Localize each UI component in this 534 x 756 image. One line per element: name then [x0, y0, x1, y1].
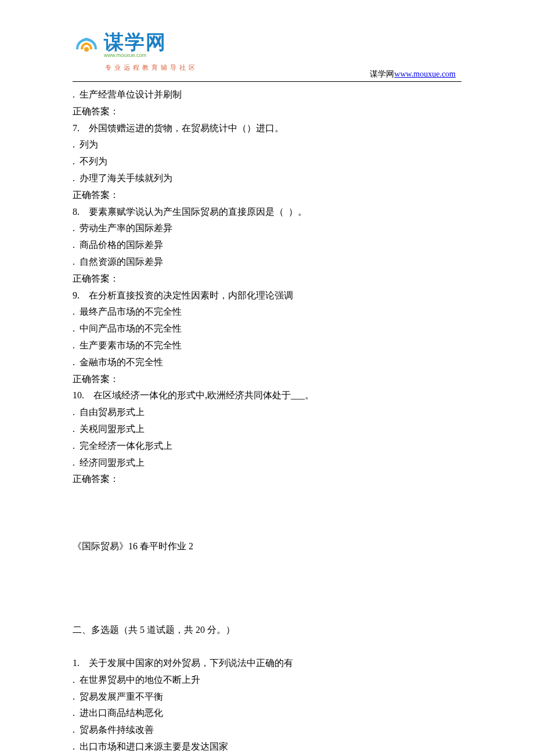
text-line: 8. 要素禀赋学说认为产生国际贸易的直接原因是（ ）。 — [73, 204, 461, 221]
text-line: . 不列为 — [73, 153, 461, 170]
text-line — [73, 638, 461, 655]
text-line: . 出口市场和进口来源主要是发达国家 — [73, 739, 461, 755]
text-line: 正确答案： — [73, 187, 461, 204]
text-line — [73, 488, 461, 505]
text-line: . 中间产品市场的不完全性 — [73, 321, 461, 337]
text-line — [73, 605, 461, 622]
text-line: . 劳动生产率的国际差异 — [73, 220, 461, 237]
text-line: 正确答案： — [73, 371, 461, 388]
logo-text: 谋学网 www.mouxue.com 专业远程教育辅导社区 — [104, 32, 198, 74]
text-line: 9. 在分析直接投资的决定性因素时，内部化理论强调 — [73, 287, 461, 304]
logo-tagline: 专业远程教育辅导社区 — [105, 62, 198, 74]
logo-block: 谋学网 www.mouxue.com 专业远程教育辅导社区 — [73, 32, 534, 74]
header-link-block: 谋学网www.mouxue.com — [370, 67, 456, 81]
text-line: 《国际贸易》16 春平时作业 2 — [73, 538, 461, 555]
text-line: . 列为 — [73, 136, 461, 153]
logo-subtext: www.mouxue.com — [104, 51, 198, 60]
text-line — [73, 521, 461, 538]
text-line: . 贸易发展严重不平衡 — [73, 689, 461, 705]
svg-point-0 — [84, 47, 89, 52]
document-content: . 生产经营单位设计并刷制 正确答案： 7. 外国馈赠运进的货物，在贸易统计中（… — [0, 87, 534, 756]
text-line: . 自由贸易形式上 — [73, 404, 461, 421]
text-line: . 生产要素市场的不完全性 — [73, 337, 461, 354]
text-line — [73, 555, 461, 571]
site-label: 谋学网 — [370, 70, 394, 78]
logo-main: 谋学网 — [104, 32, 198, 52]
logo-icon — [73, 32, 100, 60]
text-line: . 自然资源的国际差异 — [73, 254, 461, 271]
text-line: . 关税同盟形式上 — [73, 421, 461, 438]
text-line: . 办理了海关手续就列为 — [73, 170, 461, 187]
text-line — [73, 571, 461, 588]
text-line: . 贸易条件持续改善 — [73, 722, 461, 739]
text-line: . 金融市场的不完全性 — [73, 354, 461, 371]
text-line — [73, 588, 461, 605]
text-line: 正确答案： — [73, 103, 461, 120]
text-line — [73, 505, 461, 521]
text-line: 正确答案： — [73, 271, 461, 287]
site-link[interactable]: www.mouxue.com — [394, 70, 456, 78]
text-line: 10. 在区域经济一体化的形式中,欧洲经济共同体处于___。 — [73, 387, 461, 404]
text-line: 7. 外国馈赠运进的货物，在贸易统计中（）进口。 — [73, 120, 461, 137]
text-line: . 商品价格的国际差异 — [73, 237, 461, 254]
text-line: 1. 关于发展中国家的对外贸易，下列说法中正确的有 — [73, 655, 461, 672]
text-line: . 最终产品市场的不完全性 — [73, 304, 461, 321]
page-header: 谋学网 www.mouxue.com 专业远程教育辅导社区 谋学网www.mou… — [0, 0, 534, 81]
text-line: . 完全经济一体化形式上 — [73, 438, 461, 455]
text-line: . 经济同盟形式上 — [73, 455, 461, 471]
text-line: 二、多选题（共 5 道试题，共 20 分。） — [73, 622, 461, 639]
text-line: . 进出口商品结构恶化 — [73, 705, 461, 722]
text-line: 正确答案： — [73, 471, 461, 488]
text-line: . 在世界贸易中的地位不断上升 — [73, 672, 461, 689]
text-line: . 生产经营单位设计并刷制 — [73, 87, 461, 103]
